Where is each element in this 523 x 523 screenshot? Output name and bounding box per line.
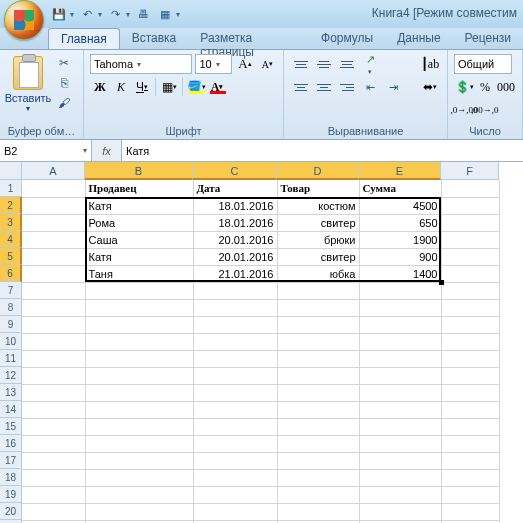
cell-A8[interactable]: [22, 299, 85, 316]
cell-A20[interactable]: [22, 503, 85, 520]
fill-color-button[interactable]: 🪣▾: [186, 77, 206, 97]
font-color-button[interactable]: A▾: [207, 77, 227, 97]
border-button[interactable]: ▦▾: [159, 77, 179, 97]
cell-A16[interactable]: [22, 435, 85, 452]
row-header-11[interactable]: 11: [0, 350, 22, 367]
cell-B9[interactable]: [85, 316, 193, 333]
cell-C10[interactable]: [193, 333, 277, 350]
cell-C16[interactable]: [193, 435, 277, 452]
cell-C15[interactable]: [193, 418, 277, 435]
cell-A2[interactable]: [22, 197, 85, 214]
cell-D15[interactable]: [277, 418, 359, 435]
cell-C17[interactable]: [193, 452, 277, 469]
cell-D5[interactable]: свитер: [277, 248, 359, 265]
align-center-icon[interactable]: [313, 77, 335, 97]
cell-E2[interactable]: 4500: [359, 197, 441, 214]
cell-B12[interactable]: [85, 367, 193, 384]
cell-E9[interactable]: [359, 316, 441, 333]
cell-F14[interactable]: [441, 401, 499, 418]
cell-E7[interactable]: [359, 282, 441, 299]
undo-icon[interactable]: ↶: [78, 5, 96, 23]
fill-handle[interactable]: [439, 280, 444, 285]
cell-E3[interactable]: 650: [359, 214, 441, 231]
cell-E12[interactable]: [359, 367, 441, 384]
tab-review[interactable]: Рецензи: [453, 28, 523, 49]
cell-F7[interactable]: [441, 282, 499, 299]
italic-button[interactable]: К: [111, 77, 131, 97]
cell-F15[interactable]: [441, 418, 499, 435]
cell-A14[interactable]: [22, 401, 85, 418]
cell-B10[interactable]: [85, 333, 193, 350]
cell-A19[interactable]: [22, 486, 85, 503]
align-middle-icon[interactable]: [313, 54, 335, 74]
cell-F9[interactable]: [441, 316, 499, 333]
cell-F2[interactable]: [441, 197, 499, 214]
cell-C7[interactable]: [193, 282, 277, 299]
font-size-combo[interactable]: 10▾: [195, 54, 232, 74]
cell-F5[interactable]: [441, 248, 499, 265]
cell-D20[interactable]: [277, 503, 359, 520]
cell-F17[interactable]: [441, 452, 499, 469]
cell-E6[interactable]: 1400: [359, 265, 441, 282]
cell-A9[interactable]: [22, 316, 85, 333]
cell-D7[interactable]: [277, 282, 359, 299]
cell-E19[interactable]: [359, 486, 441, 503]
cell-D14[interactable]: [277, 401, 359, 418]
row-header-10[interactable]: 10: [0, 333, 22, 350]
cell-F4[interactable]: [441, 231, 499, 248]
cell-A12[interactable]: [22, 367, 85, 384]
cell-F10[interactable]: [441, 333, 499, 350]
increase-indent-icon[interactable]: ⇥: [382, 77, 404, 97]
cell-B6[interactable]: Таня: [85, 265, 193, 282]
tab-layout[interactable]: Разметка страницы: [188, 28, 309, 49]
row-header-5[interactable]: 5: [0, 248, 22, 265]
accounting-format-icon[interactable]: 💲▾: [454, 77, 474, 97]
cell-B3[interactable]: Рома: [85, 214, 193, 231]
row-header-3[interactable]: 3: [0, 214, 22, 231]
cell-C18[interactable]: [193, 469, 277, 486]
cell-D6[interactable]: юбка: [277, 265, 359, 282]
cell-B15[interactable]: [85, 418, 193, 435]
cell-F11[interactable]: [441, 350, 499, 367]
row-header-6[interactable]: 6: [0, 265, 22, 282]
fx-button[interactable]: fx: [92, 140, 122, 161]
cell-C13[interactable]: [193, 384, 277, 401]
cell-A15[interactable]: [22, 418, 85, 435]
cell-F13[interactable]: [441, 384, 499, 401]
wrap-text-icon[interactable]: ┃ab: [416, 54, 444, 74]
font-name-combo[interactable]: Tahoma▾: [90, 54, 192, 74]
shrink-font-icon[interactable]: A▾: [258, 54, 277, 74]
cell-C4[interactable]: 20.01.2016: [193, 231, 277, 248]
cell-B19[interactable]: [85, 486, 193, 503]
cell-F12[interactable]: [441, 367, 499, 384]
cell-D2[interactable]: костюм: [277, 197, 359, 214]
cell-C3[interactable]: 18.01.2016: [193, 214, 277, 231]
cell-E16[interactable]: [359, 435, 441, 452]
cell-C20[interactable]: [193, 503, 277, 520]
format-painter-icon[interactable]: 🖌: [54, 94, 74, 112]
cell-B18[interactable]: [85, 469, 193, 486]
copy-icon[interactable]: ⎘: [54, 74, 74, 92]
cell-E1[interactable]: Сумма: [359, 180, 441, 197]
cell-A13[interactable]: [22, 384, 85, 401]
cell-F20[interactable]: [441, 503, 499, 520]
cell-F6[interactable]: [441, 265, 499, 282]
percent-format-icon[interactable]: %: [475, 77, 495, 97]
cell-E15[interactable]: [359, 418, 441, 435]
cell-B14[interactable]: [85, 401, 193, 418]
col-header-D[interactable]: D: [277, 162, 359, 180]
cell-E11[interactable]: [359, 350, 441, 367]
row-header-1[interactable]: 1: [0, 180, 22, 197]
cell-D1[interactable]: Товар: [277, 180, 359, 197]
print-icon[interactable]: 🖶: [134, 5, 152, 23]
row-header-20[interactable]: 20: [0, 503, 22, 520]
cell-A17[interactable]: [22, 452, 85, 469]
cell-C11[interactable]: [193, 350, 277, 367]
cut-icon[interactable]: ✂: [54, 54, 74, 72]
cell-A3[interactable]: [22, 214, 85, 231]
cell-B11[interactable]: [85, 350, 193, 367]
save-icon[interactable]: 💾: [50, 5, 68, 23]
row-header-13[interactable]: 13: [0, 384, 22, 401]
cell-A10[interactable]: [22, 333, 85, 350]
cell-D10[interactable]: [277, 333, 359, 350]
